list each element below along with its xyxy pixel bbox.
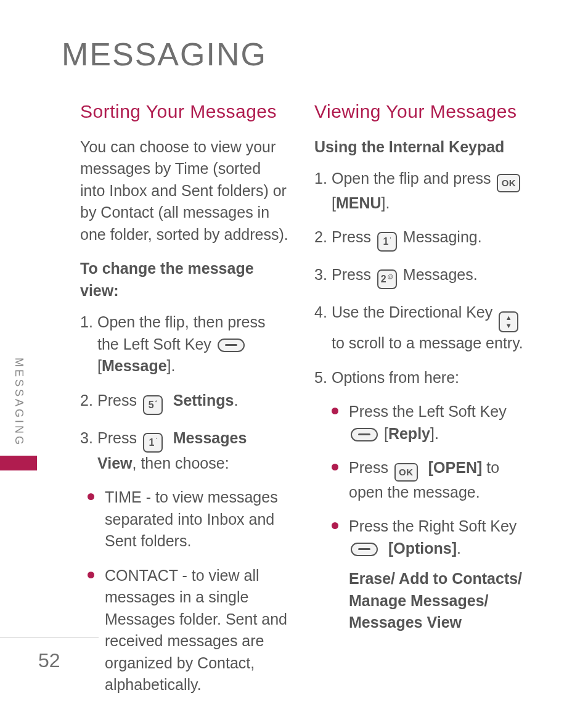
text: Open the flip and press bbox=[332, 170, 495, 187]
text: Press bbox=[349, 459, 393, 476]
text: Use the Directional Key bbox=[332, 303, 497, 321]
soft-key-icon bbox=[218, 339, 245, 352]
left-step-2: Press 5* Settings. bbox=[80, 390, 290, 415]
side-tab: MESSAGING bbox=[0, 358, 37, 470]
content-columns: Sorting Your Messages You can choose to … bbox=[80, 99, 552, 706]
text: Messages. bbox=[403, 266, 478, 283]
text: to scroll to a message entry. bbox=[332, 334, 523, 351]
right-heading: Viewing Your Messages bbox=[314, 99, 524, 125]
right-steps: Open the flip and press OK [MENU]. Press… bbox=[314, 168, 524, 388]
text: Press the Right Soft Key bbox=[349, 517, 517, 535]
left-step-1: Open the flip, then press the Left Soft … bbox=[80, 311, 290, 377]
right-subheading: Using the Internal Keypad bbox=[314, 136, 524, 158]
text: Messaging. bbox=[403, 228, 482, 245]
right-options: Press the Left Soft Key [Reply]. Press O… bbox=[314, 401, 524, 634]
page-title: MESSAGING bbox=[62, 36, 552, 73]
right-option-1: Press the Left Soft Key [Reply]. bbox=[314, 401, 524, 445]
key-1-icon: 1' bbox=[143, 433, 163, 453]
text: ]. bbox=[167, 357, 176, 374]
text: ]. bbox=[430, 425, 439, 442]
text: [OPEN] bbox=[428, 459, 483, 476]
text: Erase/ Add to Contacts/ Manage Messages/… bbox=[349, 570, 522, 631]
text: Press bbox=[97, 429, 141, 446]
text: MENU bbox=[336, 194, 382, 211]
directional-key-icon: ▲▼ bbox=[499, 311, 518, 332]
right-step-5: Options from here: bbox=[314, 367, 524, 389]
right-step-2: Press 1' Messaging. bbox=[314, 226, 524, 252]
left-bullet-2: CONTACT - to view all messages in a sing… bbox=[80, 565, 290, 696]
text: Press bbox=[97, 392, 141, 409]
text: [Options] bbox=[388, 540, 457, 557]
text: Press bbox=[332, 266, 375, 283]
key-2-icon: 2@ bbox=[377, 269, 397, 289]
text: Reply bbox=[388, 425, 430, 442]
side-accent-bar bbox=[0, 456, 37, 470]
key-1-icon: 1' bbox=[377, 232, 397, 252]
right-option-2: Press OK [OPEN] to open the message. bbox=[314, 457, 524, 503]
text: Press bbox=[332, 228, 375, 245]
ok-key-icon: OK bbox=[394, 463, 418, 482]
text: Message bbox=[102, 357, 167, 374]
left-subheading: To change the message view: bbox=[80, 258, 290, 302]
right-option-3: Press the Right Soft Key [Options]. Eras… bbox=[314, 515, 524, 634]
text: [ bbox=[97, 357, 102, 374]
soft-key-icon bbox=[351, 543, 378, 556]
left-steps: Open the flip, then press the Left Soft … bbox=[80, 311, 290, 474]
text: , then choose: bbox=[133, 454, 229, 472]
text: . bbox=[234, 392, 238, 409]
left-bullet-1: TIME - to view messages separated into I… bbox=[80, 486, 290, 552]
text: Options from here: bbox=[332, 369, 459, 386]
right-column: Viewing Your Messages Using the Internal… bbox=[314, 99, 524, 706]
text: . bbox=[457, 540, 461, 557]
text: [ bbox=[332, 194, 336, 211]
manual-page: MESSAGING Sorting Your Messages You can … bbox=[0, 0, 588, 706]
text: Press the Left Soft Key bbox=[349, 403, 507, 420]
key-5-icon: 5* bbox=[143, 395, 163, 415]
left-intro: You can choose to view your messages by … bbox=[80, 136, 290, 246]
left-column: Sorting Your Messages You can choose to … bbox=[80, 99, 290, 706]
ok-key-icon: OK bbox=[497, 174, 520, 192]
text: [ bbox=[384, 425, 388, 442]
page-number: 52 bbox=[38, 649, 60, 672]
left-bullets: TIME - to view messages separated into I… bbox=[80, 486, 290, 696]
left-heading: Sorting Your Messages bbox=[80, 99, 290, 125]
soft-key-icon bbox=[351, 428, 378, 441]
right-step-4: Use the Directional Key ▲▼ to scroll to … bbox=[314, 302, 524, 355]
right-step-3: Press 2@ Messages. bbox=[314, 264, 524, 289]
side-label: MESSAGING bbox=[12, 358, 25, 447]
right-step-1: Open the flip and press OK [MENU]. bbox=[314, 168, 524, 214]
text: ]. bbox=[382, 194, 390, 211]
left-step-3: Press 1' Messages View, then choose: bbox=[80, 427, 290, 475]
text: Settings bbox=[173, 392, 234, 409]
footer-rule bbox=[0, 638, 99, 638]
